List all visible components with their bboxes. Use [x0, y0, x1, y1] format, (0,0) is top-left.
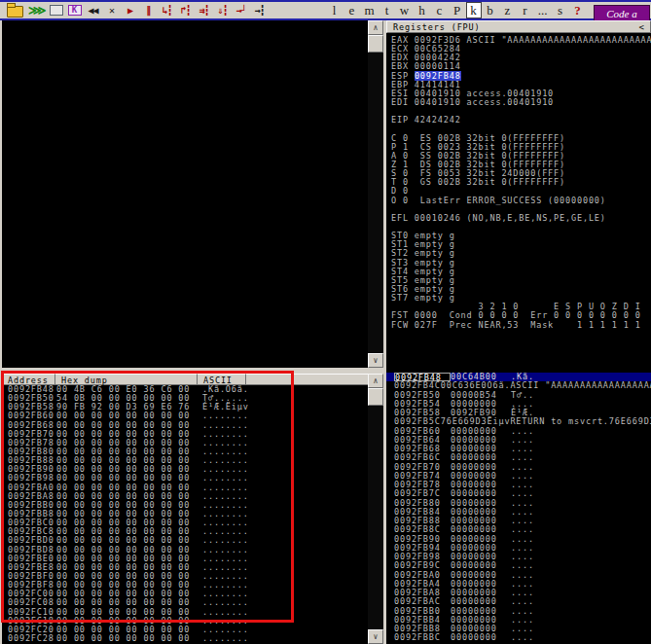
hex-dump-scrollbar[interactable]: ∧ ∨ [368, 374, 383, 644]
stack-comment-cell [550, 400, 651, 409]
toolbar-letter-P[interactable]: P [449, 2, 466, 18]
registers-content: EAX 0092F3D6 ASCII "AAAAAAAAAAAAAAAAAAAA… [386, 33, 651, 330]
trace-into-icon[interactable]: ⇉┇ [198, 3, 211, 18]
registers-pane: Registers (FPU) < EAX 0092F3D6 ASCII "AA… [386, 20, 651, 373]
toolbar-letter-m[interactable]: m [361, 2, 379, 18]
stack-comment-cell [550, 499, 651, 508]
stack-comment-cell [550, 553, 651, 561]
pause-icon[interactable]: ∥ [142, 3, 156, 18]
windows-list-icon[interactable] [50, 5, 63, 16]
stack-comment-cell [550, 436, 651, 445]
close-icon[interactable]: ✕ [105, 3, 119, 18]
scroll-up-icon[interactable]: ∧ [368, 374, 383, 388]
stack-comment-cell [550, 508, 651, 517]
code-auditor-button[interactable]: Code a [594, 5, 650, 21]
toolbar-letter-h[interactable]: h [414, 2, 431, 18]
stack-pane: 0092FB4800C64B00.Kã.0092FB4C00C636E0Ó6ã.… [386, 373, 651, 644]
hex-dump-row[interactable]: 0092FC2800 00 00 00 00 00 00 00........ [2, 634, 368, 643]
scrollbar-thumb[interactable] [368, 35, 383, 53]
stack-comment-cell [550, 597, 651, 606]
stack-comment-cell [550, 481, 651, 489]
scroll-up-icon[interactable]: ∧ [368, 20, 383, 35]
toolbar-letter-b[interactable]: b [482, 2, 499, 18]
execute-till-return-icon[interactable]: →┘ [235, 3, 248, 18]
stack-comment-cell [550, 571, 651, 580]
register-line[interactable]: EFL 00010246 (NO,NB,E,BE,NS,PE,GE,LE) [386, 214, 651, 223]
hex-dump-content: 0092FB4800 4B C6 00 E0 36 C6 00.Kã.Ó6ã.0… [2, 385, 368, 643]
restart-icon[interactable]: ⋙ [28, 3, 45, 18]
stack-comment-cell [550, 589, 651, 597]
register-line[interactable]: T 0 GS 002B 32bit 0(FFFFFFFF) [386, 178, 651, 187]
main-toolbar: ⋙K◀◀✕▶∥↳┇↱┇⇉┇⇓┇→┘→┇ lemtwhcPkbzr...s? Co… [0, 0, 651, 20]
toolbar-letter-dotdotdot[interactable]: ... [534, 2, 552, 18]
stack-comment-cell [550, 607, 651, 616]
address-cell: 0092FC28 [2, 634, 56, 643]
toolbar-letter-w[interactable]: w [396, 2, 414, 18]
register-line[interactable]: FCW 027F Prec NEAR,53 Mask 1 1 1 1 1 1 [386, 321, 651, 330]
register-line[interactable]: EDI 00401910 access.00401910 [386, 98, 651, 107]
disassembly-pane[interactable] [2, 20, 368, 368]
stack-comment-cell [550, 535, 651, 544]
hex-dump-pane: Address Hex dump ASCII 0092FB4800 4B C6 … [2, 374, 368, 644]
step-into-icon[interactable]: ↳┇ [161, 3, 174, 18]
stack-row[interactable]: 0092FBBC00000000.... [386, 633, 651, 642]
stack-comment-cell [550, 544, 651, 553]
scroll-down-icon[interactable]: ∨ [368, 629, 383, 644]
toolbar-letter-t[interactable]: t [379, 2, 396, 18]
toolbar-letter-r[interactable]: r [517, 2, 534, 18]
stack-comment-cell [550, 427, 651, 436]
scrollbar-thumb[interactable] [368, 388, 383, 406]
stack-comment-cell [550, 445, 651, 453]
stack-comment-cell [550, 472, 651, 481]
stack-comment-cell [550, 616, 651, 625]
run-icon[interactable]: ▶ [124, 3, 137, 18]
disassembly-scrollbar[interactable]: ∧ ∨ [368, 20, 383, 368]
step-back-icon[interactable]: ◀◀ [87, 3, 100, 18]
toolbar-letter-z[interactable]: z [499, 2, 517, 18]
hex-bytes-cell: 00 00 00 00 00 00 00 00 [56, 634, 202, 643]
toolbar-letter-k[interactable]: k [466, 2, 482, 18]
stack-ascii-cell: .... [511, 633, 550, 642]
execute-till-user-icon[interactable]: →┇ [253, 3, 267, 18]
step-over-icon[interactable]: ↱┇ [179, 3, 193, 18]
toolbar-letter-l[interactable]: l [326, 2, 344, 18]
patches-icon[interactable]: K [68, 5, 82, 16]
column-header-filler [246, 374, 368, 385]
toolbar-letter-c[interactable]: c [431, 2, 449, 18]
register-line[interactable]: EIP 42424242 [386, 116, 651, 125]
stack-comment-cell [550, 625, 651, 633]
stack-comment-cell [550, 463, 651, 472]
stack-comment-cell [550, 580, 651, 589]
toolbar-letter-s[interactable]: s [552, 2, 569, 18]
register-line[interactable]: O 0 LastErr ERROR_SUCCESS (00000000) [386, 197, 651, 205]
stack-comment-cell [550, 633, 651, 642]
toolbar-letter-e[interactable]: e [344, 2, 361, 18]
stack-comment-cell [550, 517, 651, 525]
stack-comment-cell [550, 453, 651, 462]
stack-address-cell: 0092FBBC [394, 633, 451, 642]
registers-title-bar: Registers (FPU) < [386, 20, 651, 33]
stack-comment-cell [550, 391, 651, 400]
trace-over-icon[interactable]: ⇓┇ [216, 3, 230, 18]
toolbar-icons: ⋙K◀◀✕▶∥↳┇↱┇⇉┇⇓┇→┘→┇ [7, 3, 267, 18]
ascii-cell: ........ [202, 634, 249, 643]
stack-value-cell: 00000000 [451, 633, 511, 642]
stack-comment-cell [550, 489, 651, 498]
toolbar-letter-help[interactable]: ? [569, 2, 587, 18]
scroll-down-icon[interactable]: ∨ [368, 353, 383, 368]
registers-title: Registers (FPU) [393, 22, 639, 32]
stack-comment-cell [550, 561, 651, 570]
stack-comment-cell [550, 525, 651, 534]
collapse-icon[interactable]: < [639, 22, 644, 32]
open-file-icon[interactable] [7, 6, 23, 18]
toolbar-window-letters: lemtwhcPkbzr...s? [326, 2, 587, 18]
